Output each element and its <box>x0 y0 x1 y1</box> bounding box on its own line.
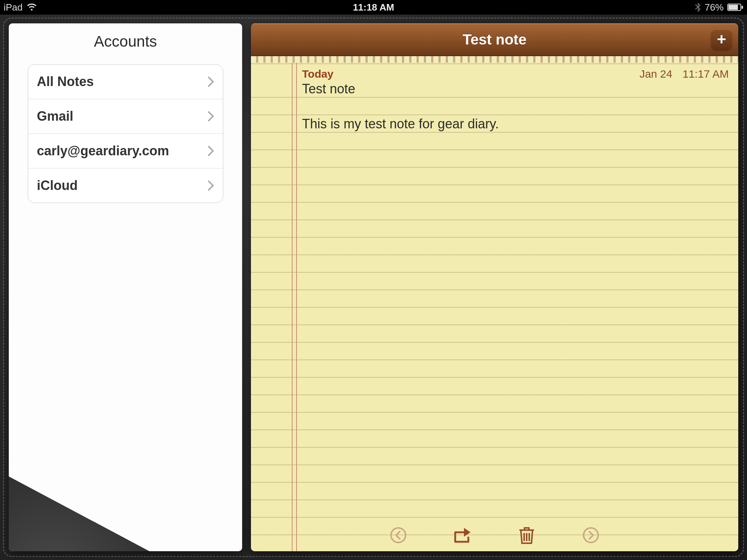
status-bar: iPad 11:18 AM 76% <box>0 0 747 15</box>
new-note-button[interactable]: + <box>711 29 732 50</box>
status-time: 11:18 AM <box>353 2 394 13</box>
note-body[interactable]: Test note This is my test note for gear … <box>251 80 738 133</box>
plus-icon: + <box>717 31 726 47</box>
battery-icon <box>727 4 743 11</box>
torn-edge <box>251 56 738 63</box>
account-item-gmail[interactable]: Gmail <box>28 99 223 134</box>
arrow-left-circle-icon <box>390 526 407 544</box>
battery-pct: 76% <box>705 2 724 13</box>
trash-icon <box>519 526 535 545</box>
note-blank-line <box>302 98 729 115</box>
accounts-sidebar: Accounts All Notes Gmail <box>9 23 242 551</box>
leather-pocket <box>9 433 242 551</box>
delete-button[interactable] <box>516 525 537 545</box>
note-header: Test note + <box>251 23 738 56</box>
legal-pad[interactable]: Today Jan 24 11:17 AM Test note This is … <box>251 63 738 551</box>
chevron-right-icon <box>208 145 214 156</box>
account-item-label: carly@geardiary.com <box>37 143 169 159</box>
account-item-icloud[interactable]: iCloud <box>28 168 223 203</box>
note-pane: Test note + Today Jan 24 11:17 AM <box>251 23 738 551</box>
svg-rect-1 <box>728 5 738 10</box>
account-list: All Notes Gmail carly@geardiary.com <box>28 64 223 203</box>
sidebar-title: Accounts <box>9 23 242 57</box>
previous-note-button[interactable] <box>388 525 409 545</box>
note-header-title: Test note <box>463 31 527 48</box>
account-item-all-notes[interactable]: All Notes <box>28 65 223 99</box>
account-item-label: Gmail <box>37 109 73 124</box>
note-time: 11:17 AM <box>682 68 729 80</box>
device-label: iPad <box>4 2 23 13</box>
next-note-button[interactable] <box>581 525 601 545</box>
app-frame: Accounts All Notes Gmail <box>0 15 747 560</box>
share-button[interactable] <box>452 525 473 545</box>
chevron-right-icon <box>208 76 214 87</box>
bluetooth-icon <box>694 3 701 12</box>
today-label: Today <box>302 68 333 80</box>
pad-header: Today Jan 24 11:17 AM <box>251 63 738 80</box>
account-item-label: All Notes <box>37 74 94 89</box>
pad-toolbar <box>251 525 738 545</box>
share-icon <box>453 526 472 544</box>
svg-point-3 <box>391 528 406 542</box>
account-item-label: iCloud <box>37 178 78 193</box>
chevron-right-icon <box>208 180 214 191</box>
account-item-geardiary[interactable]: carly@geardiary.com <box>28 134 223 168</box>
svg-point-4 <box>584 528 598 542</box>
note-title-line: Test note <box>302 80 729 98</box>
wifi-icon <box>26 3 37 12</box>
svg-rect-2 <box>742 6 743 9</box>
chevron-right-icon <box>208 111 214 122</box>
arrow-right-circle-icon <box>582 526 600 544</box>
note-body-line: This is my test note for gear diary. <box>302 115 729 133</box>
note-date: Jan 24 <box>639 68 672 80</box>
